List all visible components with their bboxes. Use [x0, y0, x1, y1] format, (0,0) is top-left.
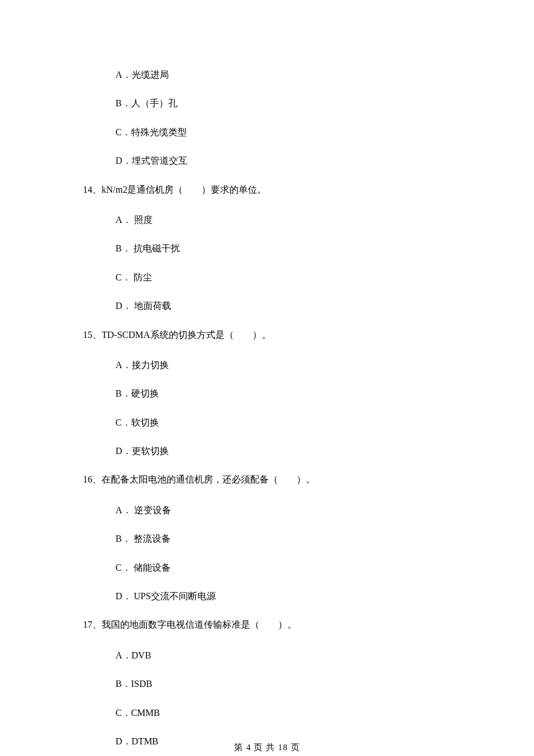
option-b: B．硬切换: [83, 387, 476, 400]
option-c: C．特殊光缆类型: [83, 126, 476, 139]
option-a: A．DVB: [83, 649, 476, 662]
option-b: B． 整流设备: [83, 532, 476, 545]
option-b: B．ISDB: [83, 678, 476, 690]
option-a: A．光缆进局: [83, 69, 476, 81]
question-14-stem: 14、kN/m2是通信机房（ ）要求的单位。: [83, 183, 476, 196]
question-16-stem: 16、在配备太阳电池的通信机房，还必须配备（ ）。: [83, 473, 476, 486]
option-c: C．CMMB: [83, 707, 476, 719]
question-15-stem: 15、TD-SCDMA系统的切换方式是（ ）。: [83, 329, 476, 341]
option-a: A． 照度: [83, 214, 476, 226]
option-a: A．接力切换: [83, 359, 476, 372]
question-17-stem: 17、我国的地面数字电视信道传输标准是（ ）。: [83, 618, 476, 631]
option-a: A． 逆变设备: [83, 504, 476, 517]
option-d: D． 地面荷载: [83, 300, 476, 312]
option-d: D． UPS交流不间断电源: [83, 590, 476, 603]
option-d: D．更软切换: [83, 445, 476, 458]
option-d: D．埋式管道交互: [83, 154, 476, 167]
option-c: C． 储能设备: [83, 561, 476, 574]
option-c: C． 防尘: [83, 271, 476, 284]
option-b: B． 抗电磁干扰: [83, 242, 476, 255]
page-footer: 第 4 页 共 18 页: [0, 741, 534, 754]
option-c: C．软切换: [83, 416, 476, 429]
document-page: A．光缆进局 B．人（手）孔 C．特殊光缆类型 D．埋式管道交互 14、kN/m…: [0, 0, 534, 756]
option-b: B．人（手）孔: [83, 97, 476, 110]
